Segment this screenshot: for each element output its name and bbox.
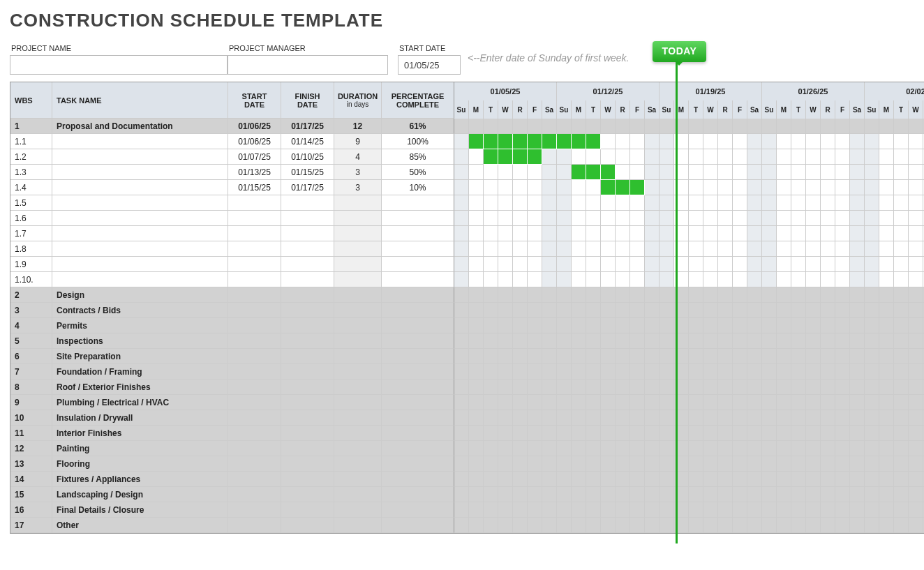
cell-start[interactable]	[228, 518, 281, 533]
cell-duration[interactable]	[334, 241, 382, 257]
cell-pct[interactable]	[382, 303, 454, 318]
cell-duration[interactable]: 4	[334, 149, 382, 165]
cell-start[interactable]	[228, 318, 281, 333]
cell-task[interactable]: Painting	[52, 441, 228, 456]
cell-task[interactable]: Other	[52, 518, 228, 533]
cell-finish[interactable]	[281, 364, 334, 380]
cell-duration[interactable]	[334, 395, 382, 410]
cell-task[interactable]: Flooring	[52, 456, 228, 472]
cell-duration[interactable]	[334, 349, 382, 364]
cell-finish[interactable]	[281, 226, 334, 241]
cell-duration[interactable]	[334, 487, 382, 502]
cell-start[interactable]	[228, 211, 281, 226]
cell-task[interactable]	[52, 180, 228, 195]
cell-duration[interactable]	[334, 380, 382, 395]
cell-finish[interactable]	[281, 241, 334, 257]
cell-wbs[interactable]: 14	[10, 472, 52, 487]
cell-task[interactable]: Interior Finishes	[52, 426, 228, 441]
cell-finish[interactable]: 01/17/25	[281, 119, 334, 134]
cell-duration[interactable]	[334, 333, 382, 349]
cell-start[interactable]	[228, 303, 281, 318]
cell-finish[interactable]: 01/17/25	[281, 180, 334, 195]
cell-task[interactable]: Foundation / Framing	[52, 364, 228, 380]
cell-pct[interactable]	[382, 257, 454, 272]
start-date-input[interactable]	[398, 55, 461, 75]
cell-pct[interactable]	[382, 287, 454, 303]
cell-duration[interactable]	[334, 318, 382, 333]
cell-wbs[interactable]: 8	[10, 380, 52, 395]
cell-pct[interactable]: 61%	[382, 119, 454, 134]
cell-task[interactable]	[52, 195, 228, 211]
cell-wbs[interactable]: 1	[10, 119, 52, 134]
cell-pct[interactable]: 85%	[382, 149, 454, 165]
cell-finish[interactable]	[281, 257, 334, 272]
cell-wbs[interactable]: 1.7	[10, 226, 52, 241]
cell-start[interactable]	[228, 380, 281, 395]
cell-start[interactable]: 01/06/25	[228, 119, 281, 134]
cell-wbs[interactable]: 6	[10, 349, 52, 364]
cell-wbs[interactable]: 4	[10, 318, 52, 333]
cell-task[interactable]: Permits	[52, 318, 228, 333]
cell-task[interactable]: Plumbing / Electrical / HVAC	[52, 395, 228, 410]
cell-finish[interactable]	[281, 472, 334, 487]
cell-task[interactable]	[52, 165, 228, 180]
cell-wbs[interactable]: 17	[10, 518, 52, 533]
cell-start[interactable]: 01/07/25	[228, 149, 281, 165]
cell-start[interactable]	[228, 502, 281, 518]
project-name-input[interactable]	[10, 55, 228, 75]
project-manager-input[interactable]	[228, 55, 388, 75]
cell-finish[interactable]	[281, 272, 334, 287]
cell-wbs[interactable]: 1.4	[10, 180, 52, 195]
cell-task[interactable]	[52, 149, 228, 165]
cell-finish[interactable]	[281, 426, 334, 441]
cell-wbs[interactable]: 1.8	[10, 241, 52, 257]
cell-task[interactable]: Final Details / Closure	[52, 502, 228, 518]
cell-duration[interactable]	[334, 272, 382, 287]
cell-wbs[interactable]: 12	[10, 441, 52, 456]
cell-wbs[interactable]: 1.6	[10, 211, 52, 226]
cell-duration[interactable]	[334, 287, 382, 303]
cell-task[interactable]: Site Preparation	[52, 349, 228, 364]
cell-pct[interactable]	[382, 241, 454, 257]
cell-start[interactable]	[228, 333, 281, 349]
cell-wbs[interactable]: 1.3	[10, 165, 52, 180]
cell-start[interactable]	[228, 241, 281, 257]
cell-start[interactable]: 01/13/25	[228, 165, 281, 180]
cell-task[interactable]	[52, 241, 228, 257]
cell-pct[interactable]: 100%	[382, 134, 454, 149]
cell-wbs[interactable]: 2	[10, 287, 52, 303]
cell-wbs[interactable]: 5	[10, 333, 52, 349]
cell-task[interactable]	[52, 134, 228, 149]
cell-pct[interactable]	[382, 211, 454, 226]
cell-pct[interactable]	[382, 518, 454, 533]
cell-pct[interactable]	[382, 226, 454, 241]
cell-finish[interactable]	[281, 456, 334, 472]
cell-finish[interactable]: 01/14/25	[281, 134, 334, 149]
cell-start[interactable]	[228, 487, 281, 502]
cell-finish[interactable]	[281, 395, 334, 410]
cell-pct[interactable]	[382, 272, 454, 287]
cell-start[interactable]	[228, 472, 281, 487]
cell-finish[interactable]	[281, 318, 334, 333]
cell-task[interactable]: Contracts / Bids	[52, 303, 228, 318]
cell-finish[interactable]	[281, 502, 334, 518]
cell-pct[interactable]	[382, 364, 454, 380]
cell-pct[interactable]	[382, 318, 454, 333]
cell-wbs[interactable]: 1.9	[10, 257, 52, 272]
cell-start[interactable]	[228, 456, 281, 472]
cell-pct[interactable]: 50%	[382, 165, 454, 180]
cell-wbs[interactable]: 9	[10, 395, 52, 410]
cell-duration[interactable]	[334, 518, 382, 533]
cell-task[interactable]: Fixtures / Appliances	[52, 472, 228, 487]
cell-pct[interactable]	[382, 441, 454, 456]
cell-pct[interactable]	[382, 426, 454, 441]
cell-finish[interactable]	[281, 195, 334, 211]
cell-start[interactable]	[228, 272, 281, 287]
cell-finish[interactable]	[281, 441, 334, 456]
cell-start[interactable]	[228, 364, 281, 380]
cell-duration[interactable]	[334, 303, 382, 318]
cell-start[interactable]	[228, 349, 281, 364]
cell-pct[interactable]	[382, 410, 454, 426]
cell-wbs[interactable]: 3	[10, 303, 52, 318]
cell-task[interactable]: Insulation / Drywall	[52, 410, 228, 426]
